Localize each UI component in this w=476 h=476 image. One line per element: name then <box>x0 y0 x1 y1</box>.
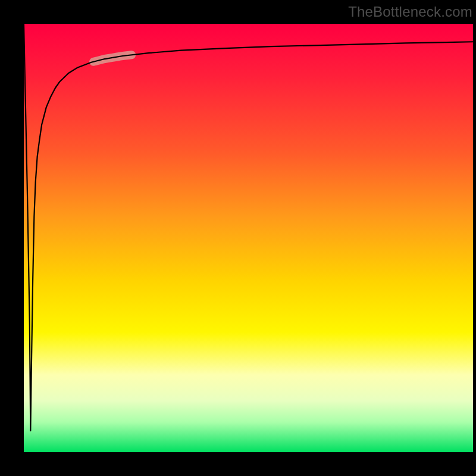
chart-container: TheBottleneck.com <box>0 0 476 476</box>
plot-area <box>24 24 473 452</box>
bottleneck-curve <box>24 24 473 431</box>
watermark-text: TheBottleneck.com <box>348 4 472 20</box>
curve-layer <box>24 24 473 452</box>
